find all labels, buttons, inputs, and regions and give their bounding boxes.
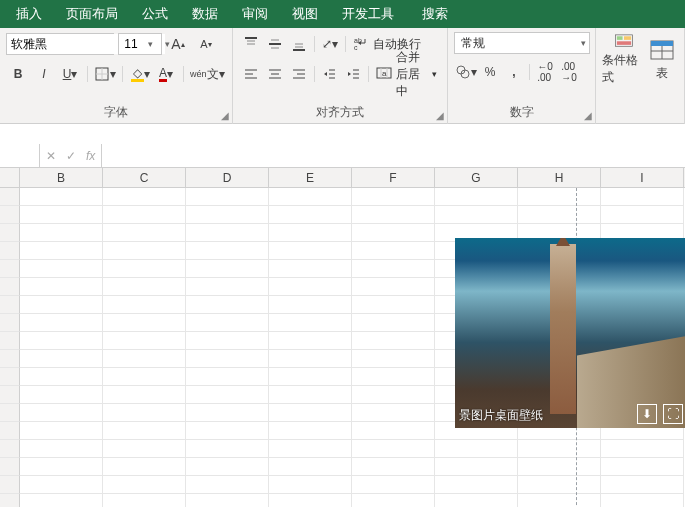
row-header[interactable] — [0, 494, 20, 507]
merge-center-button[interactable]: a 合并后居中 ▾ — [372, 63, 441, 85]
col-header[interactable]: C — [103, 168, 186, 187]
cell[interactable] — [269, 386, 352, 404]
cell[interactable] — [269, 242, 352, 260]
row-header[interactable] — [0, 332, 20, 350]
cell[interactable] — [352, 494, 435, 507]
cell[interactable] — [103, 422, 186, 440]
col-header[interactable]: G — [435, 168, 518, 187]
cell[interactable] — [103, 350, 186, 368]
phonetic-button[interactable]: wén文▾ — [190, 63, 225, 85]
cell[interactable] — [186, 368, 269, 386]
download-icon[interactable]: ⬇ — [637, 404, 657, 424]
cell[interactable] — [352, 440, 435, 458]
align-center-button[interactable] — [264, 63, 286, 85]
cell[interactable] — [103, 206, 186, 224]
cell[interactable] — [20, 368, 103, 386]
cell[interactable] — [103, 188, 186, 206]
select-all-corner[interactable] — [0, 168, 20, 187]
cell[interactable] — [20, 188, 103, 206]
cell[interactable] — [435, 440, 518, 458]
cell[interactable] — [20, 296, 103, 314]
cell[interactable] — [352, 386, 435, 404]
row-header[interactable] — [0, 386, 20, 404]
cell[interactable] — [103, 458, 186, 476]
expand-icon[interactable]: ⛶ — [663, 404, 683, 424]
cell[interactable] — [352, 458, 435, 476]
comma-button[interactable]: , — [503, 61, 525, 83]
cell[interactable] — [435, 458, 518, 476]
cell[interactable] — [186, 332, 269, 350]
font-size-input[interactable] — [119, 34, 143, 54]
increase-decimal-button[interactable]: ←0.00 — [534, 61, 556, 83]
cell[interactable] — [103, 260, 186, 278]
cell[interactable] — [103, 314, 186, 332]
cell[interactable] — [518, 476, 601, 494]
cell[interactable] — [186, 296, 269, 314]
cell[interactable] — [186, 350, 269, 368]
cell[interactable] — [352, 188, 435, 206]
launcher-icon[interactable]: ◢ — [436, 110, 444, 121]
cell[interactable] — [269, 458, 352, 476]
font-size-combo[interactable]: ▾ — [118, 33, 162, 55]
cell[interactable] — [269, 404, 352, 422]
row-header[interactable] — [0, 476, 20, 494]
cell[interactable] — [103, 278, 186, 296]
row-header[interactable] — [0, 188, 20, 206]
cancel-icon[interactable]: ✕ — [46, 149, 56, 163]
row-header[interactable] — [0, 278, 20, 296]
cell[interactable] — [269, 422, 352, 440]
decrease-decimal-button[interactable]: .00→0 — [558, 61, 580, 83]
menu-search[interactable]: 搜索 — [406, 0, 460, 28]
cell[interactable] — [269, 368, 352, 386]
cell[interactable] — [20, 314, 103, 332]
fill-color-button[interactable]: ◇▾ — [129, 63, 151, 85]
cell[interactable] — [601, 476, 684, 494]
increase-indent-button[interactable] — [342, 63, 364, 85]
cell[interactable] — [352, 206, 435, 224]
cell[interactable] — [186, 206, 269, 224]
cell[interactable] — [186, 278, 269, 296]
cell[interactable] — [186, 440, 269, 458]
decrease-indent-button[interactable] — [318, 63, 340, 85]
cell[interactable] — [352, 422, 435, 440]
menu-data[interactable]: 数据 — [180, 0, 230, 28]
accounting-format-button[interactable]: ▾ — [455, 61, 477, 83]
cell[interactable] — [601, 188, 684, 206]
cell[interactable] — [186, 422, 269, 440]
cell[interactable] — [20, 260, 103, 278]
col-header[interactable]: I — [601, 168, 684, 187]
menu-review[interactable]: 审阅 — [230, 0, 280, 28]
align-middle-button[interactable] — [264, 33, 286, 55]
cell[interactable] — [352, 368, 435, 386]
chevron-down-icon[interactable]: ▾ — [432, 69, 437, 79]
cell[interactable] — [352, 314, 435, 332]
cell[interactable] — [435, 476, 518, 494]
cell[interactable] — [352, 242, 435, 260]
cell[interactable] — [20, 224, 103, 242]
cell[interactable] — [186, 404, 269, 422]
decrease-font-button[interactable]: A▾ — [195, 33, 217, 55]
cell[interactable] — [352, 296, 435, 314]
font-name-combo[interactable]: ▾ — [6, 33, 114, 55]
cell[interactable] — [20, 476, 103, 494]
cell[interactable] — [20, 404, 103, 422]
align-left-button[interactable] — [240, 63, 262, 85]
cell[interactable] — [352, 224, 435, 242]
cell[interactable] — [601, 458, 684, 476]
cell[interactable] — [352, 476, 435, 494]
formula-input[interactable] — [102, 144, 685, 167]
cell[interactable] — [518, 206, 601, 224]
chevron-down-icon[interactable]: ▾ — [143, 39, 157, 49]
cell[interactable] — [269, 476, 352, 494]
cell[interactable] — [186, 224, 269, 242]
floating-picture[interactable]: 景图片桌面壁纸 ⬇ ⛶ — [455, 238, 685, 428]
cell[interactable] — [269, 278, 352, 296]
italic-button[interactable]: I — [33, 63, 55, 85]
menu-insert[interactable]: 插入 — [4, 0, 54, 28]
cell[interactable] — [186, 260, 269, 278]
cell[interactable] — [269, 224, 352, 242]
menu-view[interactable]: 视图 — [280, 0, 330, 28]
row-header[interactable] — [0, 368, 20, 386]
cell[interactable] — [518, 188, 601, 206]
col-header[interactable]: E — [269, 168, 352, 187]
